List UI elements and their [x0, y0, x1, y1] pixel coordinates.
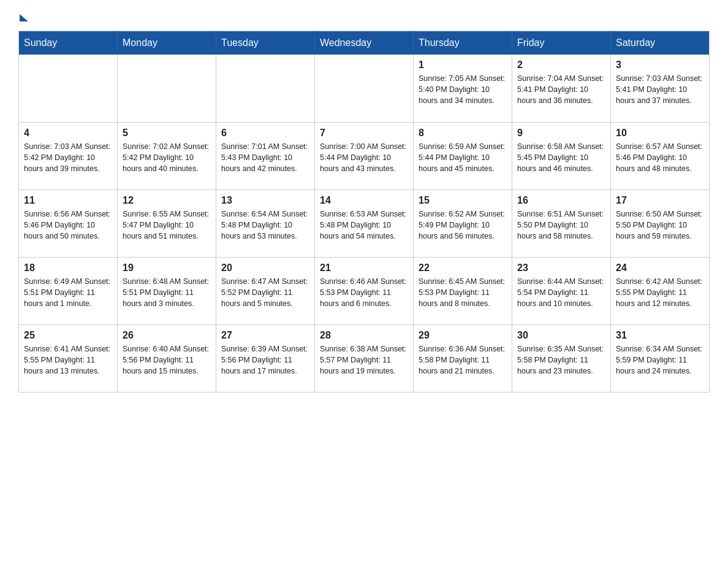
day-number: 1	[419, 59, 507, 71]
day-number: 25	[24, 330, 112, 341]
day-number: 17	[616, 195, 704, 206]
day-number: 23	[517, 262, 605, 274]
day-number: 21	[320, 262, 408, 274]
calendar-week-row: 18Sunrise: 6:49 AM Sunset: 5:51 PM Dayli…	[19, 257, 710, 324]
day-info: Sunrise: 7:05 AM Sunset: 5:40 PM Dayligh…	[419, 73, 507, 106]
day-number: 24	[616, 262, 704, 274]
calendar-cell: 28Sunrise: 6:38 AM Sunset: 5:57 PM Dayli…	[315, 324, 414, 392]
day-info: Sunrise: 6:51 AM Sunset: 5:50 PM Dayligh…	[517, 209, 605, 242]
day-number: 14	[320, 195, 408, 206]
day-number: 6	[221, 128, 309, 139]
day-info: Sunrise: 6:46 AM Sunset: 5:53 PM Dayligh…	[320, 276, 408, 309]
calendar-header-thursday: Thursday	[414, 31, 512, 55]
calendar-header-wednesday: Wednesday	[315, 31, 414, 55]
day-number: 20	[221, 262, 309, 274]
day-number: 27	[221, 330, 309, 341]
day-number: 30	[517, 330, 605, 341]
day-info: Sunrise: 6:47 AM Sunset: 5:52 PM Dayligh…	[221, 276, 309, 309]
day-info: Sunrise: 6:36 AM Sunset: 5:58 PM Dayligh…	[419, 343, 507, 377]
calendar-header-monday: Monday	[118, 31, 216, 55]
calendar-cell: 23Sunrise: 6:44 AM Sunset: 5:54 PM Dayli…	[512, 257, 611, 324]
day-number: 10	[616, 128, 704, 139]
day-info: Sunrise: 7:03 AM Sunset: 5:42 PM Dayligh…	[24, 141, 112, 174]
day-info: Sunrise: 6:59 AM Sunset: 5:44 PM Dayligh…	[419, 141, 507, 174]
calendar-cell: 26Sunrise: 6:40 AM Sunset: 5:56 PM Dayli…	[118, 324, 216, 392]
day-info: Sunrise: 6:50 AM Sunset: 5:50 PM Dayligh…	[616, 209, 704, 242]
day-number: 15	[419, 195, 507, 206]
calendar-header-row: SundayMondayTuesdayWednesdayThursdayFrid…	[19, 31, 710, 55]
calendar-cell: 11Sunrise: 6:56 AM Sunset: 5:46 PM Dayli…	[19, 190, 118, 257]
calendar-header-saturday: Saturday	[611, 31, 710, 55]
day-info: Sunrise: 6:54 AM Sunset: 5:48 PM Dayligh…	[221, 209, 309, 242]
calendar-cell: 15Sunrise: 6:52 AM Sunset: 5:49 PM Dayli…	[414, 190, 512, 257]
calendar-header-sunday: Sunday	[19, 31, 118, 55]
day-number: 2	[517, 59, 605, 71]
calendar-cell	[216, 55, 315, 122]
day-number: 12	[123, 195, 211, 206]
calendar-cell: 20Sunrise: 6:47 AM Sunset: 5:52 PM Dayli…	[216, 257, 315, 324]
calendar-cell	[315, 55, 414, 122]
logo	[18, 15, 28, 21]
day-info: Sunrise: 6:55 AM Sunset: 5:47 PM Dayligh…	[123, 209, 211, 242]
calendar-week-row: 25Sunrise: 6:41 AM Sunset: 5:55 PM Dayli…	[19, 324, 710, 392]
calendar-cell: 1Sunrise: 7:05 AM Sunset: 5:40 PM Daylig…	[414, 55, 512, 122]
day-number: 9	[517, 128, 605, 139]
calendar-week-row: 1Sunrise: 7:05 AM Sunset: 5:40 PM Daylig…	[19, 55, 710, 122]
day-info: Sunrise: 6:34 AM Sunset: 5:59 PM Dayligh…	[616, 343, 704, 377]
day-number: 31	[616, 330, 704, 341]
logo-arrow-icon	[20, 14, 28, 21]
calendar-cell: 19Sunrise: 6:48 AM Sunset: 5:51 PM Dayli…	[118, 257, 216, 324]
calendar-cell: 9Sunrise: 6:58 AM Sunset: 5:45 PM Daylig…	[512, 122, 611, 190]
day-number: 19	[123, 262, 211, 274]
day-info: Sunrise: 7:03 AM Sunset: 5:41 PM Dayligh…	[616, 73, 704, 106]
day-number: 8	[419, 128, 507, 139]
calendar-cell: 30Sunrise: 6:35 AM Sunset: 5:58 PM Dayli…	[512, 324, 611, 392]
calendar-cell: 27Sunrise: 6:39 AM Sunset: 5:56 PM Dayli…	[216, 324, 315, 392]
day-number: 7	[320, 128, 408, 139]
day-info: Sunrise: 6:57 AM Sunset: 5:46 PM Dayligh…	[616, 141, 704, 174]
calendar-cell: 13Sunrise: 6:54 AM Sunset: 5:48 PM Dayli…	[216, 190, 315, 257]
calendar-cell: 14Sunrise: 6:53 AM Sunset: 5:48 PM Dayli…	[315, 190, 414, 257]
calendar-cell: 8Sunrise: 6:59 AM Sunset: 5:44 PM Daylig…	[414, 122, 512, 190]
day-info: Sunrise: 6:53 AM Sunset: 5:48 PM Dayligh…	[320, 209, 408, 242]
day-info: Sunrise: 7:04 AM Sunset: 5:41 PM Dayligh…	[517, 73, 605, 106]
calendar-cell: 22Sunrise: 6:45 AM Sunset: 5:53 PM Dayli…	[414, 257, 512, 324]
calendar-header-tuesday: Tuesday	[216, 31, 315, 55]
day-info: Sunrise: 7:00 AM Sunset: 5:44 PM Dayligh…	[320, 141, 408, 174]
calendar-cell: 5Sunrise: 7:02 AM Sunset: 5:42 PM Daylig…	[118, 122, 216, 190]
day-info: Sunrise: 7:01 AM Sunset: 5:43 PM Dayligh…	[221, 141, 309, 174]
day-info: Sunrise: 6:58 AM Sunset: 5:45 PM Dayligh…	[517, 141, 605, 174]
calendar-cell: 24Sunrise: 6:42 AM Sunset: 5:55 PM Dayli…	[611, 257, 710, 324]
day-info: Sunrise: 6:49 AM Sunset: 5:51 PM Dayligh…	[24, 276, 112, 309]
calendar-week-row: 4Sunrise: 7:03 AM Sunset: 5:42 PM Daylig…	[19, 122, 710, 190]
calendar-cell: 7Sunrise: 7:00 AM Sunset: 5:44 PM Daylig…	[315, 122, 414, 190]
day-info: Sunrise: 6:41 AM Sunset: 5:55 PM Dayligh…	[24, 343, 112, 377]
day-info: Sunrise: 6:52 AM Sunset: 5:49 PM Dayligh…	[419, 209, 507, 242]
calendar-cell: 4Sunrise: 7:03 AM Sunset: 5:42 PM Daylig…	[19, 122, 118, 190]
day-number: 13	[221, 195, 309, 206]
day-number: 28	[320, 330, 408, 341]
day-number: 26	[123, 330, 211, 341]
day-number: 22	[419, 262, 507, 274]
calendar-cell	[118, 55, 216, 122]
calendar-cell: 2Sunrise: 7:04 AM Sunset: 5:41 PM Daylig…	[512, 55, 611, 122]
day-info: Sunrise: 7:02 AM Sunset: 5:42 PM Dayligh…	[123, 141, 211, 174]
calendar-table: SundayMondayTuesdayWednesdayThursdayFrid…	[18, 31, 710, 393]
day-number: 18	[24, 262, 112, 274]
day-number: 4	[24, 128, 112, 139]
day-info: Sunrise: 6:39 AM Sunset: 5:56 PM Dayligh…	[221, 343, 309, 377]
calendar-cell: 17Sunrise: 6:50 AM Sunset: 5:50 PM Dayli…	[611, 190, 710, 257]
calendar-cell: 16Sunrise: 6:51 AM Sunset: 5:50 PM Dayli…	[512, 190, 611, 257]
day-number: 3	[616, 59, 704, 71]
day-number: 16	[517, 195, 605, 206]
day-info: Sunrise: 6:38 AM Sunset: 5:57 PM Dayligh…	[320, 343, 408, 377]
calendar-cell: 3Sunrise: 7:03 AM Sunset: 5:41 PM Daylig…	[611, 55, 710, 122]
calendar-week-row: 11Sunrise: 6:56 AM Sunset: 5:46 PM Dayli…	[19, 190, 710, 257]
day-number: 29	[419, 330, 507, 341]
calendar-cell	[19, 55, 118, 122]
calendar-cell: 18Sunrise: 6:49 AM Sunset: 5:51 PM Dayli…	[19, 257, 118, 324]
day-info: Sunrise: 6:42 AM Sunset: 5:55 PM Dayligh…	[616, 276, 704, 309]
calendar-header-friday: Friday	[512, 31, 611, 55]
day-info: Sunrise: 6:56 AM Sunset: 5:46 PM Dayligh…	[24, 209, 112, 242]
day-number: 5	[123, 128, 211, 139]
